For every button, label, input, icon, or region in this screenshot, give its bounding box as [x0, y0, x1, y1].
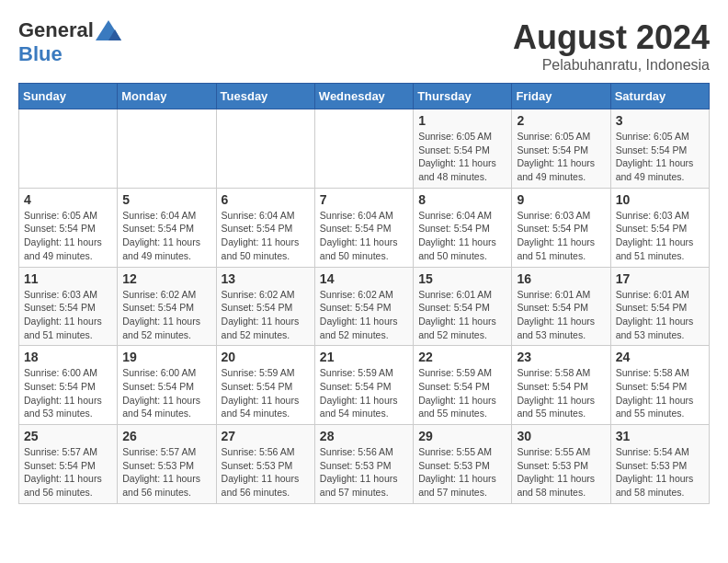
- day-number: 23: [517, 350, 605, 364]
- day-number: 27: [222, 429, 310, 443]
- calendar-cell: 28Sunrise: 5:56 AM Sunset: 5:53 PM Dayli…: [314, 425, 413, 504]
- calendar-cell: 12Sunrise: 6:02 AM Sunset: 5:54 PM Dayli…: [118, 267, 216, 346]
- day-number: 26: [122, 429, 210, 443]
- day-number: 31: [616, 429, 704, 443]
- day-info: Sunrise: 6:05 AM Sunset: 5:54 PM Dayligh…: [418, 130, 506, 184]
- day-info: Sunrise: 6:00 AM Sunset: 5:54 PM Dayligh…: [24, 366, 112, 420]
- calendar-week-3: 18Sunrise: 6:00 AM Sunset: 5:54 PM Dayli…: [19, 346, 710, 425]
- day-info: Sunrise: 5:56 AM Sunset: 5:53 PM Dayligh…: [320, 445, 408, 500]
- header: General Blue August 2024 Pelabuhanratu, …: [18, 18, 710, 74]
- day-info: Sunrise: 6:05 AM Sunset: 5:54 PM Dayligh…: [24, 209, 112, 263]
- calendar-cell: 15Sunrise: 6:01 AM Sunset: 5:54 PM Dayli…: [414, 267, 512, 346]
- calendar-cell: 10Sunrise: 6:03 AM Sunset: 5:54 PM Dayli…: [610, 188, 709, 267]
- calendar-cell: 6Sunrise: 6:04 AM Sunset: 5:54 PM Daylig…: [216, 188, 314, 267]
- day-number: 15: [418, 271, 506, 286]
- logo: General Blue: [18, 18, 121, 66]
- day-info: Sunrise: 6:03 AM Sunset: 5:54 PM Dayligh…: [24, 288, 112, 342]
- weekday-header-sunday: Sunday: [19, 84, 118, 109]
- calendar-cell: 9Sunrise: 6:03 AM Sunset: 5:54 PM Daylig…: [512, 188, 610, 267]
- calendar-cell: 27Sunrise: 5:56 AM Sunset: 5:53 PM Dayli…: [216, 425, 314, 504]
- day-number: 10: [616, 192, 704, 207]
- weekday-header-tuesday: Tuesday: [216, 84, 314, 109]
- logo-blue-text: Blue: [18, 42, 63, 66]
- day-number: 12: [122, 271, 210, 286]
- main-title: August 2024: [513, 18, 710, 57]
- day-number: 16: [517, 271, 605, 286]
- day-number: 29: [418, 429, 506, 443]
- weekday-header-monday: Monday: [118, 84, 216, 109]
- day-info: Sunrise: 6:04 AM Sunset: 5:54 PM Dayligh…: [122, 209, 210, 263]
- logo-general-text: General: [18, 18, 94, 42]
- logo-icon: [96, 20, 121, 40]
- day-number: 14: [320, 271, 408, 286]
- title-area: August 2024 Pelabuhanratu, Indonesia: [513, 18, 710, 74]
- calendar-cell: 18Sunrise: 6:00 AM Sunset: 5:54 PM Dayli…: [19, 346, 118, 425]
- day-number: 25: [24, 429, 112, 443]
- day-info: Sunrise: 5:55 AM Sunset: 5:53 PM Dayligh…: [418, 445, 506, 500]
- calendar-cell: 17Sunrise: 6:01 AM Sunset: 5:54 PM Dayli…: [610, 267, 709, 346]
- weekday-header-thursday: Thursday: [414, 84, 512, 109]
- calendar-cell: 19Sunrise: 6:00 AM Sunset: 5:54 PM Dayli…: [118, 346, 216, 425]
- subtitle: Pelabuhanratu, Indonesia: [513, 57, 710, 74]
- calendar-cell: 11Sunrise: 6:03 AM Sunset: 5:54 PM Dayli…: [19, 267, 118, 346]
- weekday-header-wednesday: Wednesday: [314, 84, 413, 109]
- day-info: Sunrise: 6:03 AM Sunset: 5:54 PM Dayligh…: [616, 209, 704, 263]
- calendar-cell: 7Sunrise: 6:04 AM Sunset: 5:54 PM Daylig…: [314, 188, 413, 267]
- day-info: Sunrise: 5:58 AM Sunset: 5:54 PM Dayligh…: [616, 366, 704, 420]
- calendar-cell: [19, 109, 118, 189]
- day-number: 30: [517, 429, 605, 443]
- calendar-week-4: 25Sunrise: 5:57 AM Sunset: 5:54 PM Dayli…: [19, 425, 710, 504]
- day-info: Sunrise: 6:04 AM Sunset: 5:54 PM Dayligh…: [418, 209, 506, 263]
- day-info: Sunrise: 5:59 AM Sunset: 5:54 PM Dayligh…: [320, 366, 408, 420]
- day-number: 28: [320, 429, 408, 443]
- calendar-cell: 14Sunrise: 6:02 AM Sunset: 5:54 PM Dayli…: [314, 267, 413, 346]
- calendar-cell: 29Sunrise: 5:55 AM Sunset: 5:53 PM Dayli…: [414, 425, 512, 504]
- day-info: Sunrise: 5:55 AM Sunset: 5:53 PM Dayligh…: [517, 445, 605, 500]
- calendar-cell: 22Sunrise: 5:59 AM Sunset: 5:54 PM Dayli…: [414, 346, 512, 425]
- calendar-cell: 13Sunrise: 6:02 AM Sunset: 5:54 PM Dayli…: [216, 267, 314, 346]
- day-number: 5: [122, 192, 210, 207]
- calendar-cell: 24Sunrise: 5:58 AM Sunset: 5:54 PM Dayli…: [610, 346, 709, 425]
- weekday-header-row: SundayMondayTuesdayWednesdayThursdayFrid…: [19, 84, 710, 109]
- day-info: Sunrise: 5:57 AM Sunset: 5:54 PM Dayligh…: [24, 445, 112, 500]
- calendar-cell: [118, 109, 216, 189]
- day-number: 18: [24, 350, 112, 364]
- calendar-cell: 20Sunrise: 5:59 AM Sunset: 5:54 PM Dayli…: [216, 346, 314, 425]
- calendar-cell: 4Sunrise: 6:05 AM Sunset: 5:54 PM Daylig…: [19, 188, 118, 267]
- calendar-cell: 1Sunrise: 6:05 AM Sunset: 5:54 PM Daylig…: [414, 109, 512, 189]
- day-info: Sunrise: 5:57 AM Sunset: 5:53 PM Dayligh…: [122, 445, 210, 500]
- calendar-header: SundayMondayTuesdayWednesdayThursdayFrid…: [19, 84, 710, 109]
- day-number: 4: [24, 192, 112, 207]
- day-number: 20: [222, 350, 310, 364]
- day-info: Sunrise: 5:56 AM Sunset: 5:53 PM Dayligh…: [222, 445, 310, 500]
- calendar-cell: 16Sunrise: 6:01 AM Sunset: 5:54 PM Dayli…: [512, 267, 610, 346]
- day-number: 21: [320, 350, 408, 364]
- day-info: Sunrise: 6:04 AM Sunset: 5:54 PM Dayligh…: [222, 209, 310, 263]
- calendar-cell: 3Sunrise: 6:05 AM Sunset: 5:54 PM Daylig…: [610, 109, 709, 189]
- day-number: 6: [222, 192, 310, 207]
- calendar: SundayMondayTuesdayWednesdayThursdayFrid…: [18, 83, 710, 504]
- calendar-cell: 26Sunrise: 5:57 AM Sunset: 5:53 PM Dayli…: [118, 425, 216, 504]
- day-number: 24: [616, 350, 704, 364]
- day-number: 3: [616, 113, 704, 128]
- day-number: 2: [517, 113, 605, 128]
- calendar-body: 1Sunrise: 6:05 AM Sunset: 5:54 PM Daylig…: [19, 109, 710, 504]
- calendar-week-2: 11Sunrise: 6:03 AM Sunset: 5:54 PM Dayli…: [19, 267, 710, 346]
- day-info: Sunrise: 6:02 AM Sunset: 5:54 PM Dayligh…: [320, 288, 408, 342]
- day-info: Sunrise: 5:59 AM Sunset: 5:54 PM Dayligh…: [418, 366, 506, 420]
- day-info: Sunrise: 6:03 AM Sunset: 5:54 PM Dayligh…: [517, 209, 605, 263]
- calendar-week-1: 4Sunrise: 6:05 AM Sunset: 5:54 PM Daylig…: [19, 188, 710, 267]
- day-info: Sunrise: 6:04 AM Sunset: 5:54 PM Dayligh…: [320, 209, 408, 263]
- calendar-cell: [216, 109, 314, 189]
- day-info: Sunrise: 6:00 AM Sunset: 5:54 PM Dayligh…: [122, 366, 210, 420]
- day-info: Sunrise: 6:01 AM Sunset: 5:54 PM Dayligh…: [418, 288, 506, 342]
- day-info: Sunrise: 6:01 AM Sunset: 5:54 PM Dayligh…: [616, 288, 704, 342]
- calendar-cell: 21Sunrise: 5:59 AM Sunset: 5:54 PM Dayli…: [314, 346, 413, 425]
- calendar-cell: 5Sunrise: 6:04 AM Sunset: 5:54 PM Daylig…: [118, 188, 216, 267]
- weekday-header-friday: Friday: [512, 84, 610, 109]
- day-number: 1: [418, 113, 506, 128]
- day-info: Sunrise: 6:02 AM Sunset: 5:54 PM Dayligh…: [122, 288, 210, 342]
- calendar-week-0: 1Sunrise: 6:05 AM Sunset: 5:54 PM Daylig…: [19, 109, 710, 189]
- calendar-cell: 25Sunrise: 5:57 AM Sunset: 5:54 PM Dayli…: [19, 425, 118, 504]
- day-info: Sunrise: 6:02 AM Sunset: 5:54 PM Dayligh…: [222, 288, 310, 342]
